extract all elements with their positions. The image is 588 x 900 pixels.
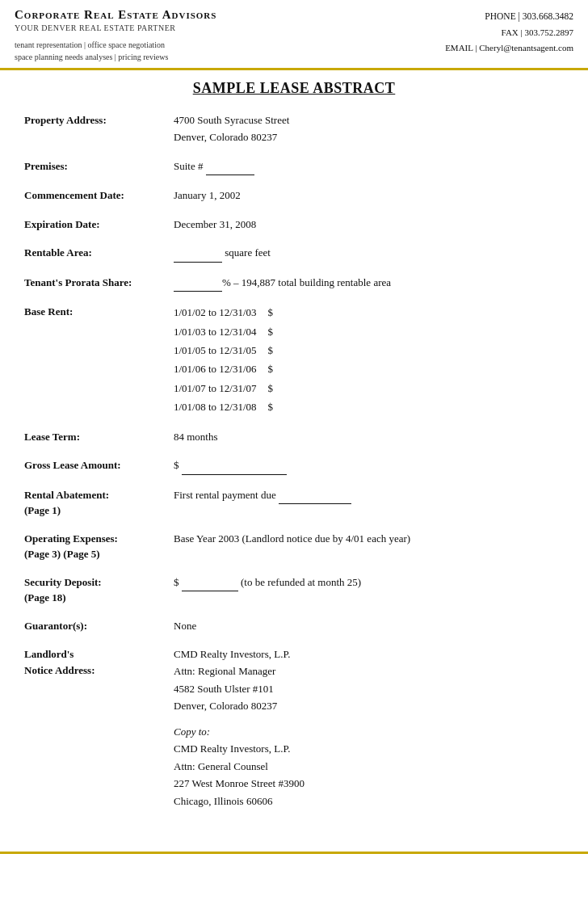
operating-expenses-label: Operating Expenses: (Page 3) (Page 5)	[24, 530, 174, 562]
gross-lease-value: $	[174, 456, 564, 474]
gross-lease-row: Gross Lease Amount: $	[24, 456, 564, 474]
rental-abatement-value: First rental payment due	[174, 486, 564, 504]
guarantors-value: None	[174, 617, 564, 634]
rental-abatement-blank	[279, 486, 351, 504]
email-info: EMAIL | Cheryl@tenantsagent.com	[445, 40, 573, 57]
rentable-area-suffix: square feet	[225, 246, 271, 259]
table-row: 1/01/07 to 12/31/07 $	[174, 379, 278, 397]
base-rent-label: Base Rent:	[24, 303, 174, 320]
rent-period-4: 1/01/06 to 12/31/06	[174, 360, 262, 378]
gross-lease-label: Gross Lease Amount:	[24, 456, 174, 473]
contact-info: PHONE | 303.668.3482 FAX | 303.752.2897 …	[445, 8, 573, 57]
property-address-line2: Denver, Colorado 80237	[174, 128, 564, 145]
email-address: Cheryl@tenantsagent.com	[479, 43, 573, 53]
fax-label: FAX	[502, 27, 519, 37]
company-name: Corporate Real Estate Advisors	[15, 8, 216, 22]
property-address-label: Property Address:	[24, 111, 174, 128]
services-line2: space planning needs analyses | pricing …	[15, 53, 168, 61]
table-row: 1/01/06 to 12/31/06 $	[174, 360, 278, 378]
prorata-value: % – 194,887 total building rentable area	[174, 274, 564, 292]
gross-lease-blank	[182, 456, 287, 474]
rental-abatement-row: Rental Abatement: (Page 1) First rental …	[24, 486, 564, 519]
premises-row: Premises: Suite #	[24, 158, 564, 175]
table-row: 1/01/05 to 12/31/05 $	[174, 341, 278, 360]
footer-divider	[0, 852, 588, 854]
services-line1: tenant representation | office space neg…	[15, 40, 165, 49]
rent-period-5: 1/01/07 to 12/31/07	[174, 379, 262, 397]
copy-line3: 227 West Monroe Street #3900	[174, 775, 564, 792]
rentable-blank	[174, 244, 222, 262]
copy-line2: Attn: General Counsel	[174, 758, 564, 775]
copy-to-label: Copy to:	[174, 723, 564, 740]
email-label: EMAIL	[445, 43, 472, 53]
security-deposit-blank	[182, 574, 238, 591]
rent-dollar-3: $	[262, 341, 279, 360]
copy-block: Copy to: CMD Realty Investors, L.P. Attn…	[174, 723, 564, 810]
document-body: SAMPLE LEASE ABSTRACT Property Address: …	[0, 70, 588, 837]
landlord-line3: 4582 South Ulster #101	[174, 680, 564, 697]
fax-info: FAX | 303.752.2897	[445, 25, 573, 41]
operating-expenses-row: Operating Expenses: (Page 3) (Page 5) Ba…	[24, 530, 564, 562]
phone-number: 303.668.3482	[523, 11, 573, 21]
property-address-row: Property Address: 4700 South Syracuse St…	[24, 111, 564, 146]
security-deposit-row: Security Deposit: (Page 18) $ (to be ref…	[24, 574, 564, 606]
security-deposit-label: Security Deposit: (Page 18)	[24, 574, 174, 606]
premises-value: Suite #	[174, 158, 564, 175]
rent-dollar-6: $	[262, 397, 279, 416]
landlord-label: Landlord's Notice Address:	[24, 646, 174, 678]
landlord-line4: Denver, Colorado 80237	[174, 697, 564, 714]
table-row: 1/01/02 to 12/31/03 $	[174, 303, 278, 322]
rentable-area-label: Rentable Area:	[24, 244, 174, 261]
landlord-value: CMD Realty Investors, L.P. Attn: Regiona…	[174, 646, 564, 810]
copy-line1: CMD Realty Investors, L.P.	[174, 740, 564, 757]
rent-period-2: 1/01/03 to 12/31/04	[174, 322, 262, 341]
rent-period-6: 1/01/08 to 12/31/08	[174, 397, 262, 416]
services-list: tenant representation | office space neg…	[15, 39, 216, 63]
expiration-value: December 31, 2008	[174, 216, 564, 233]
lease-term-row: Lease Term: 84 months	[24, 428, 564, 445]
fax-number: 303.752.2897	[525, 27, 574, 37]
rent-dollar-5: $	[262, 379, 279, 397]
guarantors-label: Guarantor(s):	[24, 617, 174, 634]
rent-period-1: 1/01/02 to 12/31/03	[174, 303, 262, 322]
landlord-line2: Attn: Regional Manager	[174, 662, 564, 679]
prorata-blank	[174, 274, 222, 292]
property-address-line1: 4700 South Syracuse Street	[174, 111, 564, 128]
rental-abatement-label: Rental Abatement: (Page 1)	[24, 486, 174, 519]
commencement-label: Commencement Date:	[24, 187, 174, 204]
prorata-label: Tenant's Prorata Share:	[24, 274, 174, 291]
page-header: Corporate Real Estate Advisors YOUR DENV…	[0, 0, 588, 70]
lease-term-label: Lease Term:	[24, 428, 174, 445]
rent-dollar-2: $	[262, 322, 279, 341]
premises-label: Premises:	[24, 158, 174, 175]
prorata-suffix: % – 194,887 total building rentable area	[222, 276, 391, 288]
rent-dollar-1: $	[262, 303, 279, 322]
rent-dollar-4: $	[262, 360, 279, 378]
expiration-label: Expiration Date:	[24, 216, 174, 233]
company-info: Corporate Real Estate Advisors YOUR DENV…	[15, 8, 216, 63]
base-rent-row: Base Rent: 1/01/02 to 12/31/03 $ 1/01/03…	[24, 303, 564, 417]
premises-blank	[206, 158, 254, 175]
phone-label: PHONE	[485, 11, 515, 21]
rentable-area-row: Rentable Area: square feet	[24, 244, 564, 262]
landlord-row: Landlord's Notice Address: CMD Realty In…	[24, 646, 564, 810]
lease-term-value: 84 months	[174, 428, 564, 445]
rent-table: 1/01/02 to 12/31/03 $ 1/01/03 to 12/31/0…	[174, 303, 278, 417]
security-deposit-value: $ (to be refunded at month 25)	[174, 574, 564, 591]
landlord-line1: CMD Realty Investors, L.P.	[174, 646, 564, 662]
property-address-value: 4700 South Syracuse Street Denver, Color…	[174, 111, 564, 146]
guarantors-row: Guarantor(s): None	[24, 617, 564, 634]
commencement-row: Commencement Date: January 1, 2002	[24, 187, 564, 204]
operating-expenses-value: Base Year 2003 (Landlord notice due by 4…	[174, 530, 564, 547]
rentable-area-value: square feet	[174, 244, 564, 262]
expiration-row: Expiration Date: December 31, 2008	[24, 216, 564, 233]
rent-period-3: 1/01/05 to 12/31/05	[174, 341, 262, 360]
table-row: 1/01/08 to 12/31/08 $	[174, 397, 278, 416]
company-tagline: YOUR DENVER REAL ESTATE PARTNER	[15, 23, 216, 32]
table-row: 1/01/03 to 12/31/04 $	[174, 322, 278, 341]
commencement-value: January 1, 2002	[174, 187, 564, 204]
document-title: SAMPLE LEASE ABSTRACT	[24, 80, 564, 97]
copy-line4: Chicago, Illinois 60606	[174, 793, 564, 810]
prorata-row: Tenant's Prorata Share: % – 194,887 tota…	[24, 274, 564, 292]
phone-info: PHONE | 303.668.3482	[445, 8, 573, 25]
